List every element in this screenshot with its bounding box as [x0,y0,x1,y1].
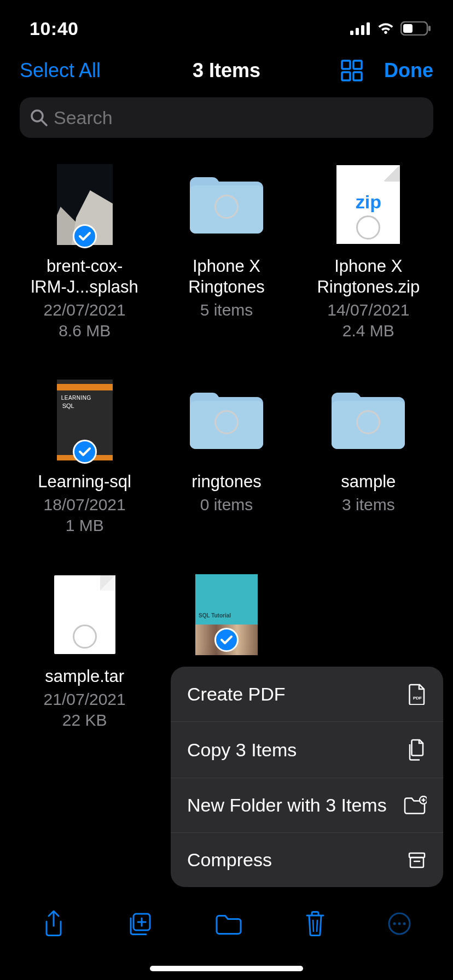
selected-check-icon [214,628,239,652]
zip-file-icon: zip [336,165,400,244]
file-date: 18/07/2021 [44,494,126,515]
selection-ring-icon [214,195,239,219]
svg-rect-9 [342,72,350,80]
menu-create-pdf[interactable]: Create PDF PDF [171,667,443,722]
svg-line-26 [313,920,313,932]
svg-point-29 [393,923,396,925]
folder-count: 3 items [342,494,395,515]
done-button[interactable]: Done [384,59,433,82]
menu-label: Compress [187,849,272,871]
svg-rect-2 [361,25,364,35]
file-item[interactable]: LEARNING SQL Learning-sql 18/07/2021 1 M… [16,380,153,536]
context-menu: Create PDF PDF Copy 3 Items New Folder w… [171,667,443,887]
search-icon [30,108,48,127]
svg-rect-6 [428,26,431,31]
menu-new-folder[interactable]: New Folder with 3 Items [171,778,443,833]
file-grid: brent-cox-lRM-J...splash 22/07/2021 8.6 … [0,148,453,731]
battery-icon [400,21,431,36]
file-size: 8.6 MB [59,320,111,341]
more-icon[interactable] [387,912,411,936]
new-folder-icon [403,796,427,815]
svg-rect-5 [403,24,413,33]
svg-rect-7 [342,61,350,69]
svg-rect-0 [350,31,353,35]
svg-rect-3 [367,22,370,35]
folder-count: 5 items [200,300,253,320]
share-icon[interactable] [42,909,66,938]
file-name: brent-cox-lRM-J...splash [31,256,138,298]
trash-icon[interactable] [304,910,327,937]
svg-point-31 [403,923,406,925]
svg-rect-21 [410,858,423,867]
svg-rect-8 [353,61,362,69]
status-time: 10:40 [30,18,78,39]
selection-ring-icon [214,410,239,434]
wifi-icon [376,22,395,35]
folder-name: ringtones [191,471,262,492]
svg-rect-1 [356,28,359,35]
cell-signal-icon [350,22,371,35]
select-all-button[interactable]: Select All [20,59,101,82]
page-title: 3 Items [193,59,260,82]
svg-line-12 [42,120,47,125]
file-size: 1 MB [66,515,104,536]
menu-label: Copy 3 Items [187,739,297,761]
file-size: 22 KB [62,710,107,731]
nav-bar: Select All 3 Items Done [0,48,453,92]
generic-file-icon [54,575,115,654]
folder-count: 0 items [200,494,253,515]
search-bar[interactable] [20,97,433,138]
svg-point-30 [398,923,401,925]
selection-ring-icon [73,625,97,649]
selection-ring-icon [356,410,380,434]
folder-item[interactable]: sample 3 items [300,380,437,536]
svg-rect-10 [353,72,362,80]
copy-icon [406,738,427,761]
folder-name: sample [341,471,396,492]
file-item[interactable]: brent-cox-lRM-J...splash 22/07/2021 8.6 … [16,164,153,341]
menu-label: Create PDF [187,684,286,705]
file-size: 2.4 MB [342,320,394,341]
selection-ring-icon [356,215,380,240]
pdf-icon: PDF [408,683,427,705]
home-indicator [150,966,303,971]
svg-text:PDF: PDF [413,696,422,701]
grid-view-icon[interactable] [340,59,363,82]
file-date: 22/07/2021 [44,300,126,320]
menu-copy[interactable]: Copy 3 Items [171,722,443,778]
file-name: Learning-sql [38,471,131,492]
search-input[interactable] [54,107,423,129]
svg-line-27 [317,920,317,932]
status-indicators [350,21,431,36]
archive-icon [407,850,427,870]
selected-check-icon [73,224,97,248]
folder-name: Iphone X Ringtones [164,256,289,298]
move-folder-icon[interactable] [214,912,242,935]
folder-item[interactable]: Iphone X Ringtones 5 items [158,164,294,341]
file-item[interactable]: zip Iphone X Ringtones.zip 14/07/2021 2.… [300,164,437,341]
duplicate-icon[interactable] [126,911,153,937]
menu-label: New Folder with 3 Items [187,795,387,816]
file-date: 21/07/2021 [44,689,126,710]
folder-item[interactable]: ringtones 0 items [158,380,294,536]
bottom-toolbar [0,894,453,954]
status-bar: 10:40 [0,0,453,48]
file-name: Iphone X Ringtones.zip [305,256,431,298]
file-item[interactable]: sample.tar 21/07/2021 22 KB [16,574,153,731]
file-name: sample.tar [45,666,124,687]
menu-compress[interactable]: Compress [171,833,443,887]
file-date: 14/07/2021 [327,300,409,320]
selected-check-icon [73,440,97,464]
